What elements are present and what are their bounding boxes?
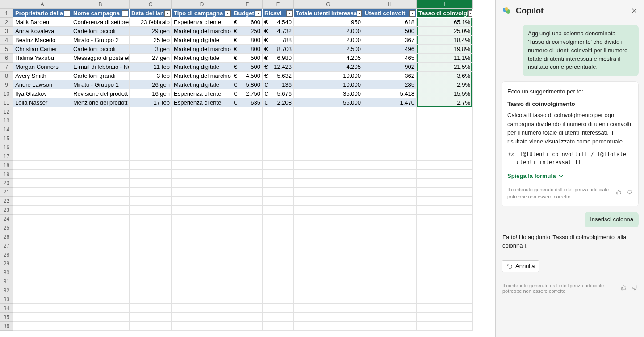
undo-button[interactable]: Annulla	[502, 260, 539, 272]
cell-C20[interactable]	[130, 179, 172, 188]
cell-I23[interactable]	[417, 206, 473, 215]
cell-B8[interactable]: Cartelloni grandi	[71, 72, 130, 80]
cell-F18[interactable]	[263, 161, 294, 170]
cell-G23[interactable]	[294, 206, 363, 215]
cell-E6[interactable]: €500	[232, 54, 263, 63]
row-header-8[interactable]: 8	[0, 72, 13, 80]
cell-F27[interactable]	[263, 241, 294, 250]
filter-dropdown-icon[interactable]	[225, 10, 231, 17]
cell-I1[interactable]: Tasso di coinvolgi	[417, 9, 473, 18]
cell-C25[interactable]	[130, 223, 172, 232]
cell-B29[interactable]	[71, 259, 130, 268]
cell-G14[interactable]	[294, 125, 363, 134]
cell-A15[interactable]	[13, 134, 71, 143]
cell-A11[interactable]: Leila Nasser	[13, 98, 71, 107]
cell-H36[interactable]	[363, 322, 417, 331]
cell-A3[interactable]: Anna Kovaleva	[13, 27, 71, 36]
filter-dropdown-icon[interactable]	[286, 10, 293, 17]
row-header-3[interactable]: 3	[0, 27, 13, 36]
cell-E19[interactable]	[232, 170, 263, 179]
cell-F20[interactable]	[263, 179, 294, 188]
cell-B23[interactable]	[71, 206, 130, 215]
cell-C2[interactable]: 23 febbraio	[130, 18, 172, 27]
row-header-26[interactable]: 26	[0, 232, 13, 241]
cell-H16[interactable]	[363, 143, 417, 152]
cell-F17[interactable]	[263, 152, 294, 161]
cell-A22[interactable]	[13, 197, 71, 206]
cell-B15[interactable]	[71, 134, 130, 143]
cell-H11[interactable]: 1.470	[363, 98, 417, 107]
cell-B21[interactable]	[71, 188, 130, 197]
row-header-28[interactable]: 28	[0, 250, 13, 259]
cell-E26[interactable]	[232, 232, 263, 241]
thumbs-down-icon[interactable]	[627, 189, 633, 198]
cell-A12[interactable]	[13, 107, 71, 116]
cell-F11[interactable]: €2.208	[263, 98, 294, 107]
cell-A20[interactable]	[13, 179, 71, 188]
cell-G26[interactable]	[294, 232, 363, 241]
cell-D14[interactable]	[172, 125, 232, 134]
cell-D18[interactable]	[172, 161, 232, 170]
cell-D26[interactable]	[172, 232, 232, 241]
cell-D36[interactable]	[172, 322, 232, 331]
cell-G24[interactable]	[294, 215, 363, 223]
cell-G10[interactable]: 35.000	[294, 89, 363, 98]
cell-H6[interactable]: 465	[363, 54, 417, 63]
cell-I22[interactable]	[417, 197, 473, 206]
column-header-D[interactable]: D	[172, 0, 232, 9]
cell-G9[interactable]: 10.000	[294, 80, 363, 89]
cell-A5[interactable]: Christian Cartier	[13, 45, 71, 54]
cell-A1[interactable]: Proprietario della	[13, 9, 71, 18]
cell-F14[interactable]	[263, 125, 294, 134]
cell-E14[interactable]	[232, 125, 263, 134]
column-header-F[interactable]: F	[263, 0, 294, 9]
cell-B3[interactable]: Cartelloni piccoli	[71, 27, 130, 36]
cell-I10[interactable]: 15,5%	[417, 89, 473, 98]
cell-D34[interactable]	[172, 304, 232, 313]
cell-I24[interactable]	[417, 215, 473, 223]
cell-E36[interactable]	[232, 322, 263, 331]
cell-H14[interactable]	[363, 125, 417, 134]
cell-H2[interactable]: 618	[363, 18, 417, 27]
cell-H22[interactable]	[363, 197, 417, 206]
cell-H10[interactable]: 5.418	[363, 89, 417, 98]
cell-F8[interactable]: €5.632	[263, 72, 294, 80]
filter-dropdown-icon[interactable]	[122, 10, 128, 17]
cell-F30[interactable]	[263, 268, 294, 277]
cell-E13[interactable]	[232, 116, 263, 125]
row-header-2[interactable]: 2	[0, 18, 13, 27]
cell-D22[interactable]	[172, 197, 232, 206]
cell-C17[interactable]	[130, 152, 172, 161]
cell-A34[interactable]	[13, 304, 71, 313]
cell-I27[interactable]	[417, 241, 473, 250]
cell-A36[interactable]	[13, 322, 71, 331]
cell-I4[interactable]: 18,4%	[417, 36, 473, 45]
cell-H19[interactable]	[363, 170, 417, 179]
cell-A2[interactable]: Malik Barden	[13, 18, 71, 27]
cell-B12[interactable]	[71, 107, 130, 116]
cell-G4[interactable]: 2.000	[294, 36, 363, 45]
cell-C26[interactable]	[130, 232, 172, 241]
cell-I15[interactable]	[417, 134, 473, 143]
cell-B13[interactable]	[71, 116, 130, 125]
row-header-19[interactable]: 19	[0, 170, 13, 179]
row-header-17[interactable]: 17	[0, 152, 13, 161]
explain-formula-button[interactable]: Spiega la formula	[507, 172, 633, 181]
cell-A26[interactable]	[13, 232, 71, 241]
cell-D25[interactable]	[172, 223, 232, 232]
cell-H12[interactable]	[363, 107, 417, 116]
cell-G36[interactable]	[294, 322, 363, 331]
cell-D19[interactable]	[172, 170, 232, 179]
cell-F7[interactable]: €12.423	[263, 63, 294, 72]
cell-I2[interactable]: 65,1%	[417, 18, 473, 27]
cell-I33[interactable]	[417, 295, 473, 304]
cell-B34[interactable]	[71, 304, 130, 313]
cell-A8[interactable]: Avery Smith	[13, 72, 71, 80]
cell-F32[interactable]	[263, 286, 294, 295]
cell-D10[interactable]: Esperienza cliente	[172, 89, 232, 98]
cell-G34[interactable]	[294, 304, 363, 313]
cell-H25[interactable]	[363, 223, 417, 232]
cell-B10[interactable]: Revisione del prodott	[71, 89, 130, 98]
cell-G29[interactable]	[294, 259, 363, 268]
cell-H34[interactable]	[363, 304, 417, 313]
